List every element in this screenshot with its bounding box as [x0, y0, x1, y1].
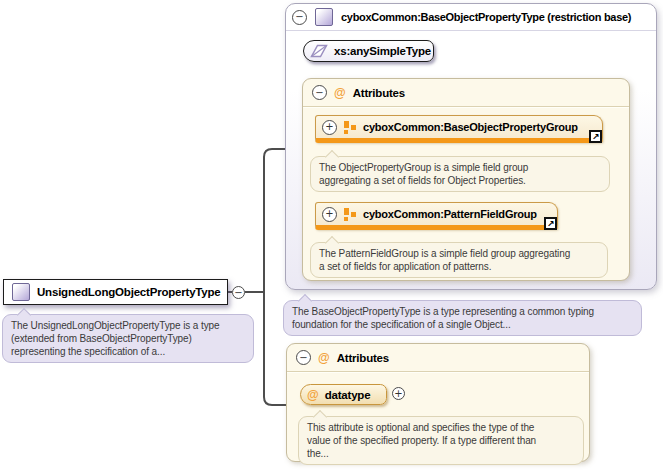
node-tooltip: The UnsignedLongObjectPropertyType is a … [2, 314, 254, 363]
group-tooltip: The PatternFieldGroup is a simple field … [310, 242, 608, 278]
group-label: cyboxCommon:PatternFieldGroup [363, 208, 537, 220]
complex-type-icon [315, 8, 333, 26]
base-type-title: cyboxCommon:BaseObjectPropertyType (rest… [341, 11, 631, 23]
group-label: cyboxCommon:BaseObjectPropertyGroup [363, 121, 578, 133]
complex-type-icon [12, 283, 30, 301]
attribute-group-icon [343, 207, 357, 221]
goto-definition-icon[interactable]: ↗ [589, 130, 602, 143]
group-tooltip: The ObjectPropertyGroup is a simple fiel… [310, 156, 610, 192]
expand-icon[interactable]: + [392, 387, 405, 400]
goto-definition-icon[interactable]: ↗ [544, 217, 557, 230]
expand-icon[interactable]: + [322, 120, 337, 135]
node-anysimpletype[interactable]: xs:anySimpleType [303, 40, 434, 62]
attributes-header: − @ Attributes [287, 344, 589, 372]
attribute-group-baseobjectpropertygroup[interactable]: + cyboxCommon:BaseObjectPropertyGroup [315, 115, 603, 143]
attribute-group-patternfieldgroup[interactable]: + cyboxCommon:PatternFieldGroup [315, 202, 558, 230]
schema-diagram: UnsignedLongObjectPropertyType − The Uns… [0, 0, 663, 472]
attribute-tooltip: This attribute is optional and specifies… [298, 416, 584, 465]
attributes-header-label: Attributes [353, 87, 405, 99]
at-icon: @ [334, 87, 346, 99]
collapse-icon[interactable]: − [312, 85, 327, 100]
collapse-icon[interactable]: − [232, 286, 245, 299]
attribute-group-icon [343, 120, 357, 134]
attributes-header: − @ Attributes [303, 79, 629, 107]
at-icon: @ [307, 389, 319, 401]
base-type-header: − cyboxCommon:BaseObjectPropertyType (re… [286, 4, 656, 31]
attributes-header-label: Attributes [337, 352, 389, 364]
collapse-icon[interactable]: − [296, 350, 311, 365]
node-unsignedlongobjectpropertytype[interactable]: UnsignedLongObjectPropertyType [3, 279, 228, 305]
attribute-datatype[interactable]: @ datatype [300, 384, 387, 405]
node-label: UnsignedLongObjectPropertyType [37, 286, 221, 298]
simple-type-icon [310, 44, 328, 58]
collapse-icon[interactable]: − [292, 10, 307, 25]
expand-icon[interactable]: + [322, 207, 337, 222]
at-icon: @ [318, 352, 330, 364]
anysimpletype-label: xs:anySimpleType [334, 45, 431, 57]
base-type-tooltip: The BaseObjectPropertyType is a type rep… [283, 300, 642, 336]
attribute-label: datatype [325, 389, 371, 401]
